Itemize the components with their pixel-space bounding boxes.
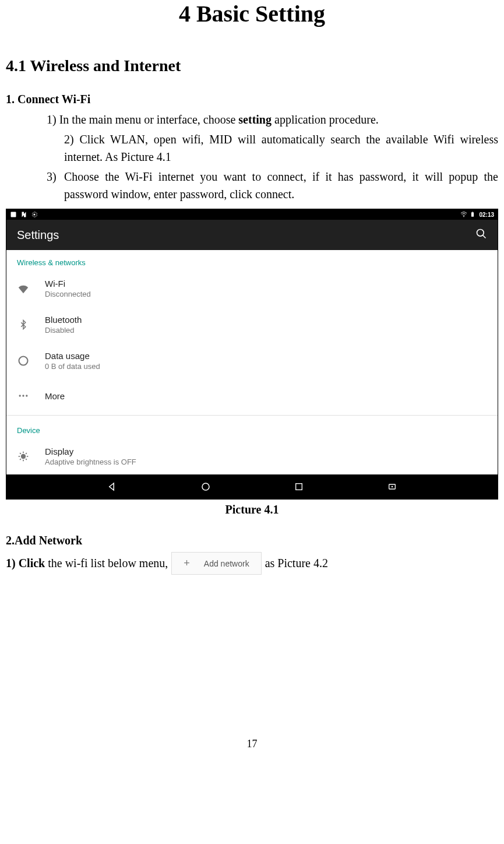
display-sub: Adaptive brightness is OFF (45, 458, 136, 466)
step1-post: application procedure. (272, 113, 379, 126)
svg-point-11 (22, 455, 26, 459)
gallery-icon (10, 211, 17, 218)
list-item-display[interactable]: Display Adaptive brightness is OFF (6, 438, 498, 474)
data-sub: 0 B of data used (45, 362, 100, 371)
navigation-bar (6, 474, 498, 499)
step-3: 3) Choose the Wi-Fi internet you want to… (6, 168, 498, 203)
wifi-status-icon (460, 211, 467, 218)
svg-point-10 (26, 395, 27, 396)
svg-point-7 (19, 357, 28, 365)
more-title: More (45, 391, 65, 401)
bluetooth-sub: Disabled (45, 326, 82, 335)
svg-point-2 (464, 216, 464, 217)
n-icon (20, 211, 27, 218)
svg-point-1 (34, 214, 36, 216)
list-item-more[interactable]: More (6, 379, 498, 413)
settings-screenshot: 02:13 Settings Wireless & networks Wi-Fi… (6, 209, 498, 500)
addnet-pre-rest: the wi-fi list below menu, (45, 557, 168, 569)
section-device: Device (6, 418, 498, 438)
section-wireless-networks: Wireless & networks (6, 250, 498, 270)
svg-line-18 (20, 459, 21, 460)
more-icon (17, 389, 30, 402)
status-bar: 02:13 (6, 209, 498, 220)
back-icon[interactable] (107, 481, 118, 493)
svg-rect-0 (11, 212, 16, 217)
appbar-title: Settings (17, 228, 59, 242)
wifi-sub: Disconnected (45, 290, 91, 298)
addnet-pre-bold: 1) Click (6, 557, 45, 569)
display-title: Display (45, 446, 136, 456)
list-item-bluetooth[interactable]: Bluetooth Disabled (6, 307, 498, 343)
addnet-post: as Picture 4.2 (265, 557, 328, 570)
wifi-icon (17, 282, 30, 295)
page-number: 17 (6, 738, 498, 762)
chapter-title: 4 Basic Setting (6, 0, 498, 27)
divider (6, 415, 498, 416)
svg-line-6 (483, 235, 486, 238)
step-1: 1) In the main menu or interface, choose… (6, 111, 498, 128)
step1-pre: 1) In the main menu or interface, choose (47, 113, 238, 126)
add-network-label: Add network (204, 559, 249, 568)
subsection-add-network: 2.Add Network (6, 534, 498, 547)
svg-rect-21 (295, 484, 302, 490)
list-item-wifi[interactable]: Wi-Fi Disconnected (6, 270, 498, 307)
svg-point-9 (22, 395, 24, 396)
svg-line-16 (20, 453, 21, 454)
svg-point-5 (477, 230, 484, 237)
list-item-data-usage[interactable]: Data usage 0 B of data used (6, 343, 498, 379)
svg-line-17 (26, 459, 27, 460)
step1-bold: setting (238, 113, 272, 126)
home-icon[interactable] (200, 481, 212, 493)
bluetooth-icon (17, 318, 30, 331)
data-title: Data usage (45, 351, 100, 361)
section-title: 4.1 Wireless and Internet (6, 57, 498, 75)
screenshot-icon[interactable] (386, 481, 398, 493)
step-2: 2) Click WLAN, open wifi, MID will autom… (6, 131, 498, 166)
figure-caption-4-1: Picture 4.1 (6, 503, 498, 516)
recent-icon[interactable] (293, 481, 305, 493)
svg-point-8 (19, 395, 21, 396)
svg-line-19 (26, 453, 27, 454)
bluetooth-title: Bluetooth (45, 315, 82, 325)
svg-rect-4 (473, 212, 474, 212)
data-usage-icon (17, 354, 30, 367)
subsection-connect-wifi: 1. Connect Wi-Fi (6, 93, 498, 106)
battery-icon (470, 211, 477, 218)
app-bar: Settings (6, 220, 498, 250)
svg-point-23 (391, 486, 393, 488)
status-time: 02:13 (479, 212, 494, 218)
add-network-instruction: 1) Click the wi-fi list below menu, + Ad… (6, 552, 498, 575)
svg-point-20 (202, 483, 209, 490)
wifi-title: Wi-Fi (45, 279, 91, 289)
search-icon[interactable] (475, 228, 487, 242)
settings-small-icon (31, 211, 38, 218)
display-icon (17, 450, 30, 463)
step3-num: 3) (6, 168, 64, 203)
svg-rect-3 (471, 212, 474, 217)
add-network-chip[interactable]: + Add network (171, 552, 261, 575)
step3-text: Choose the Wi-Fi internet you want to co… (64, 168, 498, 203)
plus-icon: + (184, 557, 190, 569)
